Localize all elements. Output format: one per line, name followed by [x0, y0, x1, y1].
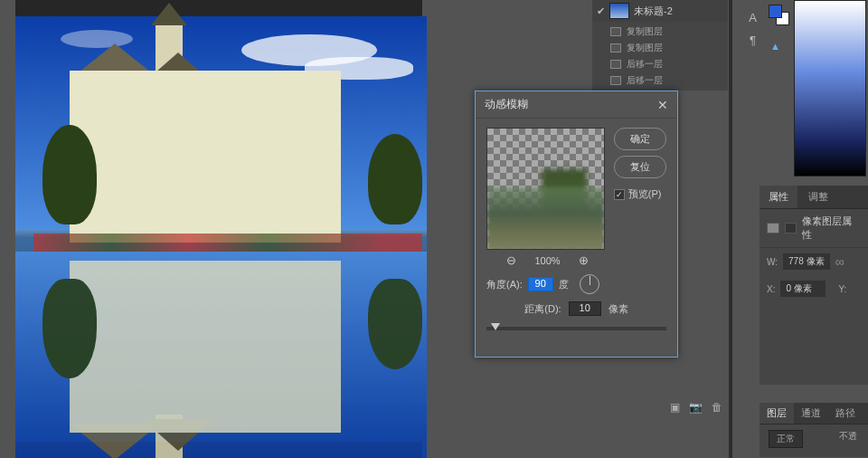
motion-blur-dialog: 动感模糊 ✕ 确定 复位 ✓ 预览(P) ⊖ 100% ⊕ 角度(A): [475, 91, 678, 358]
distance-slider[interactable] [486, 327, 666, 330]
layer-icon [610, 60, 621, 69]
color-picker-gradient[interactable] [794, 0, 866, 177]
history-header[interactable]: ✔ 未标题-2 [592, 0, 728, 22]
history-item-label: 复制图层 [627, 42, 663, 54]
dialog-body: 确定 复位 ✓ 预览(P) ⊖ 100% ⊕ 角度(A): 90 度 距离(D)… [476, 119, 677, 339]
zoom-in-icon[interactable]: ⊕ [579, 253, 589, 267]
distance-input[interactable]: 10 [569, 301, 601, 316]
history-item-label: 复制图层 [627, 25, 663, 38]
angle-dial[interactable] [580, 274, 599, 294]
image-reflection [15, 252, 427, 458]
layer-icon [610, 76, 621, 85]
properties-header-label: 像素图层属性 [802, 215, 861, 242]
preview-checkbox-label: 预览(P) [628, 187, 662, 201]
zoom-level: 100% [534, 255, 560, 266]
distance-unit: 像素 [609, 302, 628, 316]
close-icon[interactable]: ✕ [657, 98, 668, 112]
history-item-label: 后移一层 [627, 58, 663, 71]
history-footer-toolbar: ▣ 📷 🗑 [592, 398, 728, 416]
canvas-area[interactable] [15, 0, 422, 458]
width-value[interactable]: 778 像素 [783, 253, 829, 270]
filter-preview[interactable] [486, 128, 605, 250]
position-row: X: 0 像素 Y: [760, 275, 868, 302]
link-icon[interactable]: ∞ [835, 254, 844, 269]
blend-mode-select[interactable]: 正常 [769, 430, 803, 448]
warning-icon: ▲ [770, 41, 780, 52]
tab-paths[interactable]: 路径 [828, 403, 863, 424]
history-item-label: 后移一层 [627, 74, 663, 87]
image-content [15, 16, 427, 229]
history-item[interactable]: 后移一层 [592, 72, 728, 89]
history-list: 复制图层 复制图层 后移一层 后移一层 [592, 22, 728, 91]
mask-icon [785, 223, 797, 234]
color-swatches[interactable] [769, 5, 790, 26]
foreground-color-swatch[interactable] [769, 5, 782, 18]
blend-mode-row: 正常 不透 [760, 425, 868, 453]
ok-button[interactable]: 确定 [614, 128, 666, 150]
distance-label: 距离(D): [524, 302, 561, 316]
new-snapshot-icon[interactable]: 📷 [689, 401, 703, 414]
layers-tabs: 图层 通道 路径 [760, 403, 868, 425]
panel-divider[interactable] [729, 0, 732, 458]
document-canvas[interactable] [15, 16, 427, 442]
distance-row: 距离(D): 10 像素 [486, 301, 666, 316]
angle-row: 角度(A): 90 度 [486, 274, 666, 294]
y-label: Y: [838, 284, 846, 294]
preview-checkbox[interactable]: ✓ [614, 189, 625, 200]
history-brush-icon: ✔ [597, 5, 605, 17]
history-item[interactable]: 复制图层 [592, 40, 728, 56]
tab-channels[interactable]: 通道 [794, 403, 828, 424]
paragraph-panel-icon[interactable]: ¶ [750, 33, 756, 47]
width-label: W: [767, 257, 778, 267]
properties-panel: 属性 调整 像素图层属性 W: 778 像素 ∞ X: 0 像素 Y: [760, 186, 868, 385]
delete-icon[interactable]: 🗑 [712, 401, 722, 414]
reset-button[interactable]: 复位 [614, 156, 666, 178]
zoom-out-icon[interactable]: ⊖ [506, 253, 516, 267]
distance-slider-thumb[interactable] [491, 323, 500, 330]
tab-layers[interactable]: 图层 [760, 403, 794, 424]
tab-adjustments[interactable]: 调整 [799, 186, 837, 208]
layer-icon [610, 43, 621, 52]
opacity-label: 不透 [839, 430, 857, 448]
zoom-controls: ⊖ 100% ⊕ [486, 253, 609, 267]
properties-tabs: 属性 调整 [760, 186, 868, 209]
angle-input[interactable]: 90 [528, 277, 553, 291]
layer-icon [610, 27, 621, 36]
dialog-title: 动感模糊 [485, 97, 528, 112]
history-item[interactable]: 复制图层 [592, 24, 728, 40]
character-panel-icon[interactable]: A [749, 11, 757, 24]
properties-header: 像素图层属性 [760, 209, 868, 248]
width-row: W: 778 像素 ∞ [760, 248, 868, 275]
history-thumbnail [609, 3, 629, 19]
history-panel: ✔ 未标题-2 复制图层 复制图层 后移一层 后移一层 [592, 0, 728, 91]
x-value[interactable]: 0 像素 [780, 281, 826, 297]
collapsed-panel-icons: A ¶ [741, 0, 764, 54]
layer-comp-icon[interactable]: ▣ [670, 401, 680, 414]
angle-label: 角度(A): [486, 278, 523, 291]
x-label: X: [767, 284, 775, 294]
tab-properties[interactable]: 属性 [760, 186, 797, 208]
preview-checkbox-row[interactable]: ✓ 预览(P) [614, 187, 666, 201]
history-item[interactable]: 后移一层 [592, 56, 728, 72]
dialog-titlebar[interactable]: 动感模糊 ✕ [476, 91, 677, 119]
pixel-layer-icon [767, 223, 779, 234]
document-title: 未标题-2 [634, 5, 673, 18]
angle-unit: 度 [559, 278, 569, 291]
layers-panel: 图层 通道 路径 正常 不透 [760, 403, 868, 457]
